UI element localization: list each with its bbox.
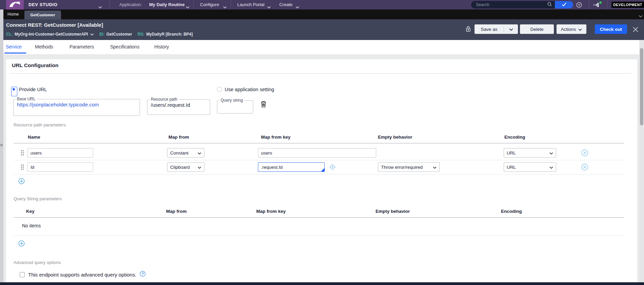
add-row-icon[interactable] [18, 178, 25, 186]
row2-encoding-select[interactable]: URL [504, 162, 556, 172]
remove-row-icon[interactable] [581, 163, 588, 172]
search-icon [547, 2, 552, 8]
query-string-label: Query string [219, 98, 244, 103]
divider [193, 0, 194, 9]
search-submit-button[interactable] [555, 1, 573, 8]
row2-map-from-key-input[interactable] [258, 162, 325, 172]
crosshair-target-icon[interactable] [329, 163, 336, 172]
advanced-options-row: This endpoint supports advanced query op… [20, 271, 146, 278]
search-input[interactable] [476, 2, 547, 7]
help-icon[interactable]: ? [140, 271, 146, 278]
column-header-map-from: Map from [168, 135, 189, 140]
chevron-down-icon [186, 4, 189, 10]
divider [109, 0, 110, 9]
tab-getcustomer-active[interactable]: GetCustomer [24, 11, 61, 19]
svg-text:?: ? [142, 272, 144, 276]
column-header-empty-behavior: Empty behavior [376, 209, 410, 214]
checkmark-icon [562, 2, 567, 8]
use-application-setting-radio[interactable] [217, 87, 222, 92]
resource-path-input[interactable] [147, 102, 210, 109]
query-string-input[interactable] [217, 103, 253, 110]
menu-create[interactable]: Create [279, 0, 293, 9]
search-box [471, 1, 555, 8]
network-status-icon[interactable] [592, 2, 600, 9]
chevron-down-icon [549, 150, 553, 156]
chevron-down-icon[interactable] [90, 32, 94, 37]
tab-history[interactable]: History [154, 44, 169, 49]
status-online-dot [599, 1, 602, 4]
row2-map-from-select[interactable]: Clipboard [167, 162, 204, 172]
use-application-setting-radio-label[interactable]: Use application setting [225, 87, 274, 92]
row1-map-from-key-input[interactable] [258, 148, 376, 158]
provide-url-radio[interactable] [11, 87, 17, 96]
base-url-input[interactable] [14, 101, 140, 109]
resource-params-caption: Resource path parameters [14, 122, 66, 127]
pega-logo[interactable] [6, 0, 24, 9]
provide-url-radio-label[interactable]: Provide URL [19, 87, 47, 92]
advanced-options-checkbox[interactable] [20, 272, 25, 277]
studio-switcher[interactable]: DEV STUDIO [28, 0, 57, 9]
row1-encoding-select[interactable]: URL [504, 148, 556, 158]
document-tab-strip [0, 9, 644, 19]
drag-handle-icon[interactable] [20, 150, 24, 157]
tab-overflow-chevron-icon[interactable] [639, 13, 643, 19]
rail-grip-handle[interactable] [0, 144, 3, 145]
chevron-down-icon [509, 27, 513, 32]
advanced-options-checkbox-label[interactable]: This endpoint supports advanced query op… [28, 272, 136, 278]
id-label: ID: [99, 32, 105, 37]
close-icon[interactable] [632, 26, 639, 34]
column-header-map-from: Map from [166, 209, 187, 214]
row2-empty-behavior-select[interactable]: Throw error/required [378, 162, 440, 172]
base-url-field: Base URL [13, 97, 140, 116]
tab-methods[interactable]: Methods [35, 44, 53, 49]
row2-map-from-value: Clipboard [170, 165, 190, 170]
row2-encoding-value: URL [507, 165, 516, 170]
menu-configure[interactable]: Configure [200, 0, 219, 9]
vertical-scrollbar-thumb[interactable] [640, 48, 643, 125]
table-header-divider [14, 143, 624, 143]
tab-service[interactable]: Service [6, 44, 22, 49]
column-header-encoding: Encoding [501, 209, 522, 214]
divider [607, 0, 608, 9]
save-as-button[interactable]: Save as [475, 24, 504, 34]
resource-path-field: Resource path [147, 97, 210, 115]
column-header-name: Name [28, 135, 40, 140]
menu-launch-portal[interactable]: Launch Portal [237, 0, 264, 9]
tab-parameters[interactable]: Parameters [69, 44, 94, 49]
application-switcher[interactable]: My Daily Routine [149, 0, 185, 9]
rail-grip-handle[interactable] [0, 145, 3, 146]
row2-empty-behavior-value: Throw error/required [381, 165, 423, 170]
rule-tab-bar: Service Methods Parameters Specification… [0, 40, 639, 54]
row1-name-input[interactable] [27, 148, 93, 158]
chevron-down-icon [578, 27, 582, 32]
column-header-empty-behavior: Empty behavior [378, 135, 412, 140]
add-row-icon[interactable] [18, 240, 25, 248]
remove-row-icon[interactable] [581, 149, 588, 158]
left-panel-rail[interactable] [0, 9, 3, 282]
row1-map-from-value: Constant [170, 150, 188, 156]
chevron-down-icon [198, 150, 201, 156]
column-header-map-from-key: Map from key [256, 209, 286, 214]
help-icon[interactable]: ? [576, 2, 582, 9]
actions-button-label: Actions [561, 27, 576, 32]
row2-name-input[interactable] [27, 162, 93, 172]
row1-map-from-select[interactable]: Constant [167, 148, 204, 158]
tab-home[interactable]: Home [7, 9, 19, 19]
check-out-button[interactable]: Check out [595, 24, 627, 34]
save-as-split-button: Save as [475, 24, 518, 34]
delete-button[interactable]: Delete [520, 24, 554, 34]
query-string-field: Query string [217, 98, 253, 114]
chevron-down-icon [549, 165, 553, 170]
drag-handle-icon[interactable] [20, 164, 24, 171]
lock-icon [466, 25, 471, 34]
tab-specifications[interactable]: Specifications [110, 44, 139, 49]
bottom-window-edge [0, 282, 644, 285]
trash-icon[interactable] [260, 100, 267, 109]
column-header-key: Key [26, 209, 35, 214]
active-tab-underline [4, 53, 26, 54]
class-value[interactable]: MyOrg-Int-Customer-GetCustomerAPI [15, 32, 88, 37]
actions-button[interactable]: Actions [557, 24, 586, 34]
base-url-label: Base URL [16, 97, 37, 101]
column-header-map-from-key: Map from key [261, 135, 290, 140]
save-as-menu-button[interactable] [504, 24, 518, 34]
